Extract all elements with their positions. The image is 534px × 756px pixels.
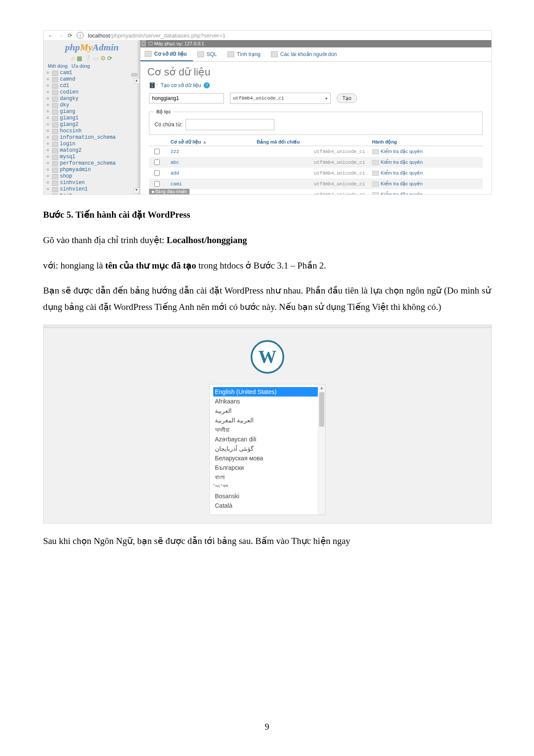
reload-db-icon[interactable]: ⟳ <box>107 55 112 62</box>
language-option[interactable]: বাংলা <box>213 472 325 482</box>
collation-select[interactable]: utf8mb4_unicode_ci ▾ <box>230 93 331 104</box>
reload-icon[interactable]: ⟳ <box>68 32 72 39</box>
db-name-input[interactable] <box>149 93 224 103</box>
col-db[interactable]: Cơ sở dữ liệu ▲ <box>167 138 253 146</box>
expand-icon[interactable]: ⊞ <box>45 70 50 76</box>
url[interactable]: localhost/phpmyadmin/server_databases.ph… <box>88 32 226 39</box>
col-collation[interactable]: Bảng mã đối chiếu <box>253 138 369 146</box>
row-checkbox[interactable] <box>154 170 160 176</box>
language-option[interactable]: Afrikaans <box>213 397 325 406</box>
sidebar-db-item[interactable]: ⊞codien <box>45 89 139 96</box>
cell-db-name[interactable]: 222 <box>167 146 253 157</box>
sidebar-db-item[interactable]: ⊞test <box>45 193 139 195</box>
cell-db-name[interactable]: add <box>167 168 253 178</box>
expand-icon[interactable]: ⊞ <box>45 76 50 83</box>
collapse-icon[interactable]: ‹ <box>141 40 146 47</box>
sidebar-db-item[interactable]: ⊞giang <box>45 109 139 115</box>
create-button[interactable]: Tạo <box>337 94 357 103</box>
row-checkbox[interactable] <box>154 159 160 165</box>
language-option[interactable]: Azərbaycan dili <box>213 434 325 444</box>
expand-icon[interactable]: ⊞ <box>45 115 50 122</box>
scroll-up-icon[interactable]: ▲ <box>320 385 324 390</box>
expand-icon[interactable]: ⊞ <box>45 193 50 195</box>
expand-icon[interactable]: ⊞ <box>45 102 50 109</box>
recent-favorites[interactable]: Mới dùng Ưa dùng <box>43 62 140 70</box>
check-privileges-link[interactable]: Kiểm tra đặc quyền <box>381 181 422 186</box>
check-privileges-link[interactable]: Kiểm tra đặc quyền <box>381 192 422 195</box>
sidebar-db-item[interactable]: ⊞performance_schema <box>45 160 139 167</box>
tab-status[interactable]: Tình trạng <box>223 47 267 61</box>
console-bar[interactable]: ■ Bảng điều khiển <box>149 189 189 194</box>
sidebar-db-item[interactable]: ⊞dangky <box>45 96 139 102</box>
scroll-thumb[interactable] <box>319 392 324 427</box>
tab-databases[interactable]: Cơ sở dữ liệu <box>140 47 193 61</box>
forward-icon[interactable]: → <box>58 32 63 39</box>
sidebar-db-item[interactable]: ⊞cd1 <box>45 83 139 89</box>
tab-sql[interactable]: SQL <box>193 47 223 61</box>
language-option[interactable]: العربية المغربية <box>213 415 325 425</box>
language-option[interactable]: گؤنئی آذربایجان <box>213 444 325 453</box>
expand-icon[interactable]: ⊞ <box>45 89 50 96</box>
sidebar-db-item[interactable]: ⊞camnd <box>45 76 139 83</box>
expand-icon[interactable]: ⊞ <box>45 141 50 147</box>
check-privileges-link[interactable]: Kiểm tra đặc quyền <box>381 149 422 154</box>
sidebar-db-item[interactable]: ⊞hocsinh <box>45 128 139 134</box>
sidebar-db-item[interactable]: ⊞mysql <box>45 154 139 160</box>
sidebar-db-item[interactable]: ⊞sinhvien1 <box>45 186 139 193</box>
language-option[interactable]: العربية <box>213 406 325 415</box>
sidebar-db-item[interactable]: ⊞information_schema <box>45 134 139 141</box>
language-option[interactable]: བོད་ཡིག <box>213 482 325 491</box>
help-icon[interactable]: ? <box>204 82 210 88</box>
filter-input[interactable] <box>186 119 274 130</box>
expand-icon[interactable]: ⊞ <box>45 122 50 128</box>
language-option[interactable]: Català <box>213 501 325 510</box>
sidebar-db-item[interactable]: ⊞phpmyadmin <box>45 167 139 173</box>
database-tree[interactable]: ⊞cam1⊞camnd⊞cd1⊞codien⊞dangky⊞dky⊞giang⊞… <box>43 70 140 195</box>
settings-icon[interactable]: ⚙ <box>100 55 106 62</box>
row-checkbox[interactable] <box>154 149 160 154</box>
check-privileges-link[interactable]: Kiểm tra đặc quyền <box>381 159 422 165</box>
help-icon[interactable]: ❔ <box>84 55 91 62</box>
tab-users[interactable]: Các tài khoản người dùn <box>267 47 343 61</box>
scroll-down-icon[interactable]: ▼ <box>134 187 140 194</box>
language-option[interactable]: অসমীয়া <box>213 425 325 434</box>
expand-icon[interactable]: ⊞ <box>45 154 50 160</box>
sidebar-db-item[interactable]: ⊞dky <box>45 102 139 109</box>
info-icon[interactable]: i <box>77 32 84 39</box>
expand-icon[interactable]: ⊞ <box>45 160 50 167</box>
expand-icon[interactable]: ⊞ <box>45 147 50 154</box>
language-select-box[interactable]: ▲ English (United States)Afrikaansالعربي… <box>209 384 326 515</box>
sidebar-db-item[interactable]: ⊞giang2 <box>45 122 139 128</box>
expand-icon[interactable]: ⊞ <box>45 186 50 193</box>
filter-pill[interactable] <box>131 73 138 77</box>
language-option[interactable]: Български <box>213 463 325 472</box>
docs-icon[interactable]: ▭ <box>93 55 99 62</box>
cell-db-name[interactable]: abc <box>167 157 253 168</box>
sidebar-db-item[interactable]: ⊞shop <box>45 173 139 180</box>
cell-db-name[interactable]: cam1 <box>167 178 253 189</box>
language-option[interactable]: English (United States) <box>213 387 325 397</box>
row-checkbox[interactable] <box>154 181 160 187</box>
scrollbar[interactable]: ▲ <box>318 384 325 515</box>
expand-icon[interactable]: ⊞ <box>45 134 50 141</box>
expand-icon[interactable]: ⊞ <box>45 180 50 186</box>
language-option[interactable]: Bosanski <box>213 491 325 501</box>
expand-icon[interactable]: ⊞ <box>45 109 50 115</box>
expand-icon[interactable]: ⊞ <box>45 96 50 102</box>
sql-icon[interactable]: ▦ <box>77 55 82 62</box>
language-option[interactable]: Беларуская мова <box>213 453 325 463</box>
expand-icon[interactable]: ⊞ <box>45 128 50 134</box>
pma-toolbar-icons[interactable]: ⌂ ▦ ❔ ▭ ⚙ ⟳ <box>43 55 140 62</box>
sidebar-db-item[interactable]: ⊞cam1 <box>45 70 139 76</box>
back-icon[interactable]: ← <box>48 32 53 39</box>
expand-icon[interactable]: ⊞ <box>45 83 50 89</box>
sidebar-db-item[interactable]: ⊞sinhvien <box>45 180 139 186</box>
home-icon[interactable]: ⌂ <box>71 55 75 62</box>
sidebar-db-item[interactable]: ⊞matong2 <box>45 147 139 154</box>
scroll-up-icon[interactable]: ▲ <box>134 78 140 84</box>
expand-icon[interactable]: ⊞ <box>45 167 50 173</box>
expand-icon[interactable]: ⊞ <box>45 173 50 180</box>
sidebar-db-item[interactable]: ⊞giang1 <box>45 115 139 122</box>
sidebar-db-item[interactable]: ⊞login <box>45 141 139 147</box>
check-privileges-link[interactable]: Kiểm tra đặc quyền <box>381 170 422 175</box>
